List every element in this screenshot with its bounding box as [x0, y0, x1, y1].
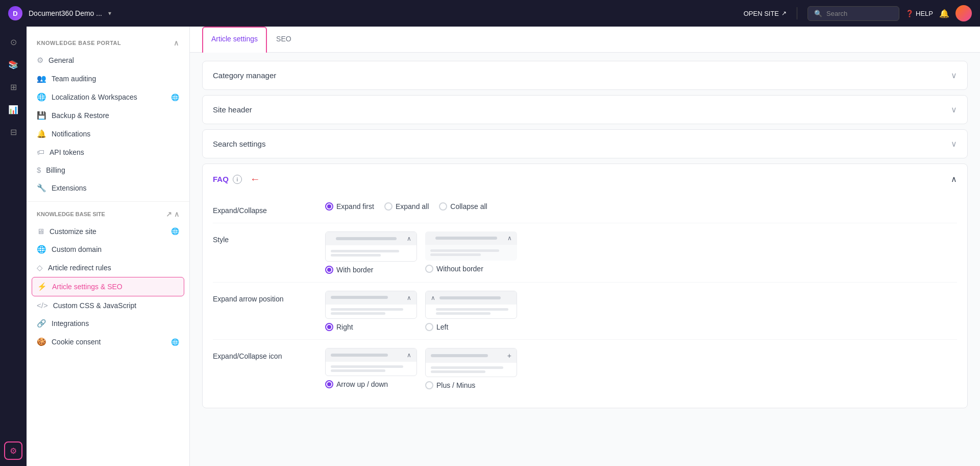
icon-previews: ∧ Arrow up / — [325, 348, 957, 389]
help-button[interactable]: ❓ HELP — [905, 10, 933, 17]
radio-plus-minus[interactable]: Plus / Minus — [425, 381, 517, 389]
icon-plus-icon: + — [507, 352, 511, 360]
icon-arrow-up-down-icon: ∧ — [407, 352, 411, 359]
main-layout: ⊙ 📚 ⊞ 📊 ⊟ ⚙ KNOWLEDGE BASE PORTAL ∧ ⚙ Ge… — [0, 27, 980, 466]
setting-style: Style — [213, 223, 957, 282]
icon-sidebar: ⊙ 📚 ⊞ 📊 ⊟ ⚙ — [0, 27, 27, 466]
extensions-icon: 🔧 — [37, 183, 46, 193]
sidebar-item-localization[interactable]: 🌐 Localization & Workspaces 🌐 — [27, 88, 189, 106]
radio-with-border-circle — [325, 266, 333, 274]
sidebar-item-article-settings[interactable]: ⚡ Article settings & SEO — [32, 277, 184, 296]
sidebar-item-redirect-rules[interactable]: ◇ Article redirect rules — [27, 259, 189, 277]
arrow-right-icon: ∧ — [407, 294, 411, 301]
sidebar-icon-home[interactable]: ⊙ — [4, 33, 22, 51]
preview-chevron2-icon: ∧ — [507, 235, 512, 242]
kb-portal-collapse-icon[interactable]: ∧ — [174, 39, 179, 47]
style-preview-with-border: ∧ — [325, 231, 417, 262]
tab-seo[interactable]: SEO — [267, 27, 301, 53]
app-logo: D — [8, 6, 22, 20]
radio-left-circle — [425, 323, 433, 331]
expand-collapse-label: Expand/Collapse — [213, 202, 315, 215]
expand-collapse-radio-group: Expand first Expand all Collapse all — [325, 202, 957, 211]
faq-accordion-header[interactable]: FAQ i ← ∧ — [203, 164, 967, 194]
sidebar-item-general[interactable]: ⚙ General — [27, 51, 189, 69]
accordion-site-header: Site header ∨ — [202, 95, 968, 124]
sidebar-item-customize-site[interactable]: 🖥 Customize site 🌐 — [27, 222, 189, 240]
external-link-icon: ↗ — [781, 10, 787, 17]
sidebar-item-custom-css[interactable]: </> Custom CSS & JavaScript — [27, 296, 189, 314]
localization-globe-icon: 🌐 — [171, 94, 179, 101]
notifications-icon: 🔔 — [37, 129, 46, 138]
faq-body: Expand/Collapse Expand first Expand all — [203, 194, 967, 408]
faq-info-icon[interactable]: i — [233, 175, 242, 184]
kb-site-external-icon[interactable]: ↗ — [166, 210, 172, 218]
arrow-preview-left: ∧ — [425, 291, 517, 319]
radio-expand-first[interactable]: Expand first — [325, 202, 374, 211]
setting-expand-collapse: Expand/Collapse Expand first Expand all — [213, 194, 957, 223]
notification-icon[interactable]: 🔔 — [939, 9, 949, 18]
sidebar-item-backup[interactable]: 💾 Backup & Restore — [27, 106, 189, 125]
radio-expand-all[interactable]: Expand all — [384, 202, 429, 211]
radio-right[interactable]: Right — [325, 323, 417, 331]
title-chevron-icon[interactable]: ▾ — [108, 10, 111, 17]
kb-site-collapse-icon[interactable]: ∧ — [174, 210, 179, 218]
icon-label: Expand/Collapse icon — [213, 348, 315, 360]
preview-chevron-icon: ∧ — [407, 235, 411, 242]
redirect-icon: ◇ — [37, 263, 43, 272]
sidebar-icon-book[interactable]: 📚 — [4, 55, 22, 74]
tab-article-settings[interactable]: Article settings — [202, 27, 267, 53]
radio-collapse-all-circle — [439, 202, 447, 211]
radio-arrow-circle — [325, 380, 333, 388]
sidebar-item-integrations[interactable]: 🔗 Integrations — [27, 314, 189, 333]
arrow-preview-right: ∧ — [325, 291, 417, 319]
accordion-search-settings-header[interactable]: Search settings ∨ — [203, 130, 967, 158]
accordion-faq: FAQ i ← ∧ Expand/Collapse — [202, 164, 968, 408]
sidebar-item-extensions[interactable]: 🔧 Extensions — [27, 179, 189, 197]
radio-without-border[interactable]: Without border — [425, 265, 517, 273]
radio-collapse-all[interactable]: Collapse all — [439, 202, 487, 211]
sidebar-icon-grid[interactable]: ⊞ — [4, 78, 22, 96]
radio-without-border-circle — [425, 265, 433, 273]
setting-icon: Expand/Collapse icon — [213, 339, 957, 398]
general-icon: ⚙ — [37, 56, 43, 65]
avatar[interactable] — [955, 5, 972, 21]
help-circle-icon: ❓ — [905, 10, 914, 17]
arrow-left-icon: ∧ — [431, 294, 435, 301]
sidebar-item-custom-domain[interactable]: 🌐 Custom domain — [27, 240, 189, 259]
domain-icon: 🌐 — [37, 245, 46, 254]
sidebar-item-notifications[interactable]: 🔔 Notifications — [27, 125, 189, 143]
radio-left[interactable]: Left — [425, 323, 517, 331]
integrations-icon: 🔗 — [37, 319, 46, 328]
topbar: D Document360 Demo ... ▾ OPEN SITE ↗ 🔍 ❓… — [0, 0, 980, 27]
sidebar-item-api-tokens[interactable]: 🏷 API tokens — [27, 143, 189, 161]
search-box[interactable]: 🔍 — [807, 6, 899, 21]
radio-arrow-up-down[interactable]: Arrow up / down — [325, 380, 417, 388]
sidebar-item-team-auditing[interactable]: 👥 Team auditing — [27, 69, 189, 88]
icon-preview-plus-minus: + — [425, 348, 517, 377]
open-site-button[interactable]: OPEN SITE ↗ — [744, 10, 787, 17]
accordion-category-manager-header[interactable]: Category manager ∨ — [203, 61, 967, 89]
cookie-icon: 🍪 — [37, 337, 46, 346]
category-manager-chevron-icon: ∨ — [951, 71, 957, 80]
accordion-category-manager: Category manager ∨ — [202, 61, 968, 90]
accordion-site-header-header[interactable]: Site header ∨ — [203, 96, 967, 124]
expand-arrow-label: Expand arrow position — [213, 291, 315, 303]
radio-with-border[interactable]: With border — [325, 266, 417, 274]
search-input[interactable] — [826, 10, 893, 17]
sidebar-item-billing[interactable]: $ Billing — [27, 161, 189, 179]
sidebar-icon-gear[interactable]: ⚙ — [4, 441, 22, 460]
sidebar-icon-widget[interactable]: ⊟ — [4, 123, 22, 141]
accordion-search-settings: Search settings ∨ — [202, 129, 968, 158]
icon-preview-arrow: ∧ — [325, 348, 417, 376]
sidebar-icon-chart[interactable]: 📊 — [4, 100, 22, 119]
sidebar-item-cookie-consent[interactable]: 🍪 Cookie consent 🌐 — [27, 333, 189, 351]
search-icon: 🔍 — [814, 10, 822, 17]
faq-title: FAQ — [213, 175, 229, 183]
tabs-bar: Article settings SEO — [190, 27, 980, 53]
style-label: Style — [213, 231, 315, 244]
faq-arrow-indicator: ← — [250, 173, 260, 185]
kb-site-section-header: KNOWLEDGE BASE SITE ↗ ∧ — [27, 206, 189, 222]
kb-portal-section-header: KNOWLEDGE BASE PORTAL ∧ — [27, 35, 189, 51]
site-header-chevron-icon: ∨ — [951, 105, 957, 114]
content-body: Category manager ∨ Site header ∨ Search … — [190, 53, 980, 422]
